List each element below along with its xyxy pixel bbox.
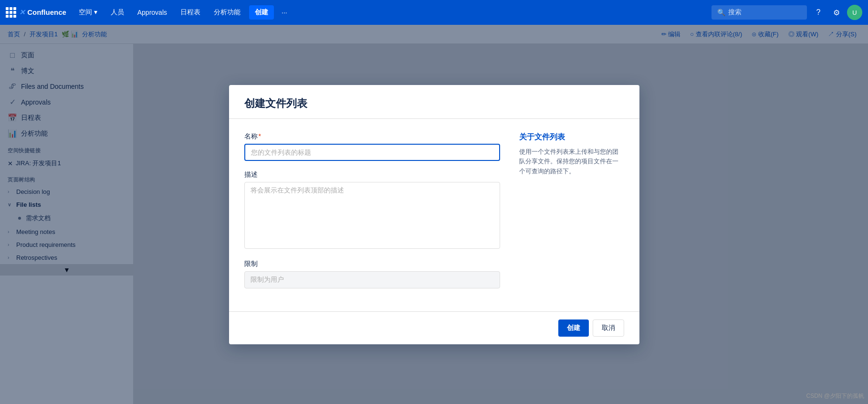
nav-approvals[interactable]: Approvals — [133, 6, 172, 19]
modal-info-panel: 关于文件列表 使用一个文件列表来上传和与您的团队分享文件。保持您的项目文件在一个… — [519, 132, 624, 298]
help-icon[interactable]: ? — [811, 5, 826, 20]
nav-spaces[interactable]: 空间 ▾ — [74, 5, 102, 20]
limit-label: 限制 — [244, 260, 500, 268]
watermark: CSDN @夕阳下的孤帆 — [806, 392, 864, 400]
name-input[interactable] — [244, 144, 500, 161]
required-asterisk: * — [259, 132, 261, 141]
search-box[interactable]: 🔍 搜索 — [711, 5, 807, 20]
more-button[interactable]: ··· — [278, 6, 291, 19]
nav-calendar[interactable]: 日程表 — [176, 5, 205, 20]
top-nav-icons: ? ⚙ U — [811, 5, 862, 20]
modal-title: 创建文件列表 — [244, 96, 624, 111]
create-submit-button[interactable]: 创建 — [558, 319, 589, 337]
cancel-button[interactable]: 取消 — [593, 319, 624, 337]
modal-form: 名称* 描述 限制 限制为用户 — [244, 132, 500, 298]
grid-icon — [6, 7, 16, 18]
nav-analytics[interactable]: 分析功能 — [209, 5, 245, 20]
modal-header: 创建文件列表 — [229, 85, 639, 119]
settings-icon[interactable]: ⚙ — [829, 5, 844, 20]
name-label: 名称* — [244, 132, 500, 141]
create-button[interactable]: 创建 — [249, 5, 274, 20]
desc-label: 描述 — [244, 170, 500, 179]
limit-input[interactable]: 限制为用户 — [244, 271, 500, 288]
limit-field-group: 限制 限制为用户 — [244, 260, 500, 288]
modal-overlay: 创建文件列表 名称* 描述 — [0, 25, 868, 404]
desc-field-group: 描述 — [244, 170, 500, 250]
avatar[interactable]: U — [847, 5, 862, 20]
info-text: 使用一个文件列表来上传和与您的团队分享文件。保持您的项目文件在一个可查询的路径下… — [519, 147, 624, 177]
modal-body: 名称* 描述 限制 限制为用户 — [229, 119, 639, 311]
logo-text: ✕ Confluence — [19, 8, 66, 17]
search-icon: 🔍 — [717, 9, 725, 16]
create-file-list-modal: 创建文件列表 名称* 描述 — [229, 85, 639, 344]
logo-area[interactable]: ✕ Confluence — [6, 7, 66, 18]
name-field-group: 名称* — [244, 132, 500, 161]
info-title: 关于文件列表 — [519, 132, 624, 142]
desc-input[interactable] — [244, 182, 500, 249]
modal-footer: 创建 取消 — [229, 311, 639, 344]
nav-people[interactable]: 人员 — [106, 5, 129, 20]
top-navigation: ✕ Confluence 空间 ▾ 人员 Approvals 日程表 分析功能 … — [0, 0, 868, 25]
